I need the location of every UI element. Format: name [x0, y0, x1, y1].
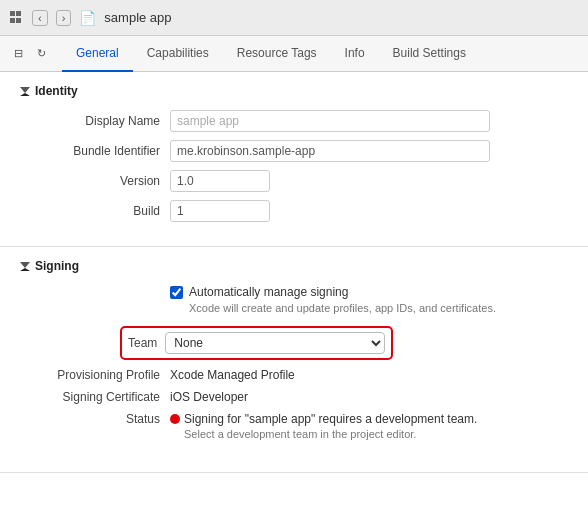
title-bar: ‹ › 📄 sample app: [0, 0, 588, 36]
title-bar-title: sample app: [104, 10, 171, 25]
display-name-input[interactable]: [170, 110, 490, 132]
tab-build-settings[interactable]: Build Settings: [379, 36, 480, 72]
tab-bar-left: ⊟ ↻: [10, 45, 50, 62]
version-label: Version: [20, 174, 170, 188]
signing-title: Signing: [35, 259, 79, 273]
refresh-button[interactable]: ↻: [33, 45, 50, 62]
status-content: Signing for "sample app" requires a deve…: [170, 412, 477, 440]
team-label: Team: [128, 336, 157, 350]
build-row: Build: [20, 200, 568, 222]
file-icon: 📄: [79, 10, 96, 26]
tab-bar: ⊟ ↻ General Capabilities Resource Tags I…: [0, 36, 588, 72]
build-label: Build: [20, 204, 170, 218]
bundle-id-label: Bundle Identifier: [20, 144, 170, 158]
sidebar-toggle-button[interactable]: ⊟: [10, 45, 27, 62]
forward-button[interactable]: ›: [56, 10, 72, 26]
signing-header: Signing: [20, 259, 568, 273]
identity-title: Identity: [35, 84, 78, 98]
identity-section: Identity Display Name Bundle Identifier …: [0, 72, 588, 247]
auto-signing-row: Automatically manage signing Xcode will …: [170, 285, 568, 316]
tab-resource-tags[interactable]: Resource Tags: [223, 36, 331, 72]
team-select[interactable]: None: [165, 332, 385, 354]
display-name-label: Display Name: [20, 114, 170, 128]
status-label: Status: [20, 412, 170, 426]
signing-cert-value: iOS Developer: [170, 390, 248, 404]
tab-general[interactable]: General: [62, 36, 133, 72]
version-input[interactable]: [170, 170, 270, 192]
main-content: Identity Display Name Bundle Identifier …: [0, 72, 588, 526]
signing-cert-row: Signing Certificate iOS Developer: [20, 390, 568, 404]
version-row: Version: [20, 170, 568, 192]
display-name-row: Display Name: [20, 110, 568, 132]
status-error-icon: [170, 414, 180, 424]
identity-collapse-icon[interactable]: [20, 87, 30, 96]
tab-capabilities[interactable]: Capabilities: [133, 36, 223, 72]
auto-signing-checkbox[interactable]: [170, 286, 183, 299]
auto-signing-sublabel: Xcode will create and update profiles, a…: [189, 301, 496, 316]
identity-header: Identity: [20, 84, 568, 98]
signing-collapse-icon[interactable]: [20, 262, 30, 271]
signing-section: Signing Automatically manage signing Xco…: [0, 247, 588, 473]
provisioning-row: Provisioning Profile Xcode Managed Profi…: [20, 368, 568, 382]
bundle-id-row: Bundle Identifier: [20, 140, 568, 162]
team-row-inner: Team None: [120, 326, 393, 360]
auto-signing-label-block: Automatically manage signing Xcode will …: [189, 285, 496, 316]
team-row-wrapper: Team None: [20, 326, 568, 360]
back-button[interactable]: ‹: [32, 10, 48, 26]
status-row: Status Signing for "sample app" requires…: [20, 412, 568, 448]
tab-info[interactable]: Info: [331, 36, 379, 72]
bundle-id-input[interactable]: [170, 140, 490, 162]
build-input[interactable]: [170, 200, 270, 222]
status-sub-text: Select a development team in the project…: [184, 428, 477, 440]
provisioning-value: Xcode Managed Profile: [170, 368, 295, 382]
status-main-text: Signing for "sample app" requires a deve…: [184, 412, 477, 426]
auto-signing-label: Automatically manage signing: [189, 285, 496, 299]
signing-cert-label: Signing Certificate: [20, 390, 170, 404]
status-text-block: Signing for "sample app" requires a deve…: [184, 412, 477, 440]
provisioning-label: Provisioning Profile: [20, 368, 170, 382]
grid-icon: [10, 11, 24, 25]
